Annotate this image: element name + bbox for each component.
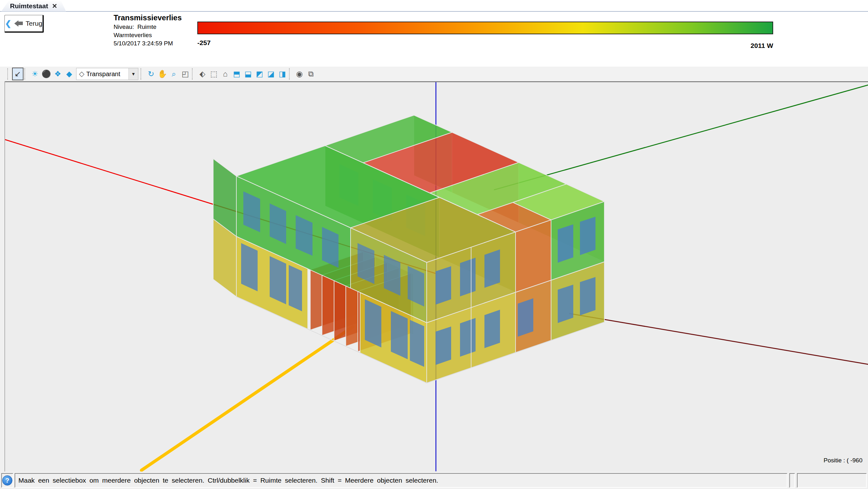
view-top-icon[interactable]: ⬒ xyxy=(231,68,242,80)
window-pane[interactable] xyxy=(436,266,451,305)
window-pane[interactable] xyxy=(485,249,500,288)
right-facade-upper-orange[interactable] xyxy=(516,220,551,292)
view-corner-icon[interactable]: ◩ xyxy=(254,68,265,80)
pan-hand-icon[interactable]: ✋ xyxy=(157,68,168,80)
tab-strip: Ruimtestaat ✕ xyxy=(0,0,868,12)
3d-viewport[interactable]: Positie : ( -960 xyxy=(5,82,868,471)
toolbar-separator xyxy=(7,68,10,80)
toolbar-separator xyxy=(289,68,291,80)
window-pane[interactable] xyxy=(365,299,381,347)
status-right-box xyxy=(797,473,867,488)
window-pane[interactable] xyxy=(460,318,475,357)
legend-max-label: 2011 W xyxy=(719,42,773,50)
select-arrow-icon[interactable]: ↙ xyxy=(12,68,24,80)
header: ❮ Terug Transmissieverlies Niveau: Ruimt… xyxy=(0,12,868,67)
light-off-icon[interactable]: ⚫ xyxy=(41,68,52,80)
copy-image-icon[interactable]: ⧉ xyxy=(305,68,317,80)
heatloss-legend-gradient xyxy=(197,22,773,34)
help-box: ? xyxy=(1,473,13,488)
view-axonometric-icon[interactable]: ⬖ xyxy=(197,68,208,80)
tab-label: Ruimtestaat xyxy=(10,2,48,10)
window-pane[interactable] xyxy=(558,285,573,323)
window-pane[interactable] xyxy=(391,311,408,359)
zoom-window-icon[interactable]: ◰ xyxy=(180,68,191,80)
back-arrow-icon xyxy=(14,20,23,27)
toolbar-separator xyxy=(192,68,194,80)
back-button-label: Terug xyxy=(26,20,42,27)
subtitle: Warmteverlies xyxy=(114,32,182,39)
back-chevron-icon: ❮ xyxy=(5,20,11,27)
viewport-toolbar: ↙☀⚫❖◆ ◇ Transparant ▼ ↻✋⌕◰⬖⬚⌂⬒⬓◩◪◨◉⧉ xyxy=(0,67,868,81)
window-pane[interactable] xyxy=(289,265,302,311)
status-mini-box xyxy=(789,473,795,488)
page-title: Transmissieverlies xyxy=(114,13,182,22)
window-pane[interactable] xyxy=(518,298,533,337)
light-on-icon[interactable]: ☀ xyxy=(29,68,41,80)
tab-ruimtestaat[interactable]: Ruimtestaat ✕ xyxy=(1,1,66,11)
status-message-box: Maak een selectiebox om meerdere objecte… xyxy=(14,473,787,488)
view-back-corner-icon[interactable]: ◪ xyxy=(265,68,277,80)
shaded-model-icon[interactable]: ❖ xyxy=(52,68,63,80)
window-pane[interactable] xyxy=(241,243,258,291)
timestamp: 5/10/2017 3:24:59 PM xyxy=(114,40,182,47)
window-pane[interactable] xyxy=(270,256,286,304)
tab-close-icon[interactable]: ✕ xyxy=(52,2,57,10)
y-axis-green xyxy=(494,85,868,190)
view-floorplan-icon[interactable]: ⌂ xyxy=(220,68,231,80)
window-pane[interactable] xyxy=(485,310,500,348)
window-pane[interactable] xyxy=(460,258,475,296)
left-panel-strip xyxy=(0,81,5,471)
shaded-model-alt-icon[interactable]: ◆ xyxy=(63,68,75,80)
toolbar-separator xyxy=(141,68,143,80)
snapshot-camera-icon[interactable]: ◉ xyxy=(294,68,305,80)
view-right-icon[interactable]: ◨ xyxy=(277,68,288,80)
status-message: Maak een selectiebox om meerdere objecte… xyxy=(15,477,438,484)
legend-min-label: -257 xyxy=(197,39,211,47)
window-pane[interactable] xyxy=(558,224,573,263)
window-pane[interactable] xyxy=(410,320,424,367)
position-readout: Positie : ( -960 xyxy=(824,457,868,464)
orbit-rotate-icon[interactable]: ↻ xyxy=(145,68,157,80)
view-front-icon[interactable]: ⬓ xyxy=(242,68,254,80)
toolbar-separator xyxy=(24,68,27,80)
origin-axis-yellow xyxy=(142,327,353,470)
transparent-cube-icon: ◇ xyxy=(76,70,86,78)
title-block: Transmissieverlies Niveau: Ruimte Warmte… xyxy=(114,13,182,47)
window-pane[interactable] xyxy=(580,277,595,315)
transparency-mode-select[interactable]: ◇ Transparant ▼ xyxy=(76,68,138,80)
neg-axis-darkred xyxy=(569,313,868,364)
window-pane[interactable] xyxy=(436,327,451,365)
zoom-icon[interactable]: ⌕ xyxy=(168,68,180,80)
view-wireframe-icon[interactable]: ⬚ xyxy=(208,68,220,80)
combo-dropdown-arrow[interactable]: ▼ xyxy=(128,68,138,80)
level-line: Niveau: Ruimte xyxy=(114,24,182,30)
back-button[interactable]: ❮ Terug xyxy=(4,15,44,33)
window-pane[interactable] xyxy=(580,217,595,255)
help-icon[interactable]: ? xyxy=(2,476,12,486)
status-bar: ? Maak een selectiebox om meerdere objec… xyxy=(0,471,868,489)
transparency-mode-label: Transparant xyxy=(86,70,128,78)
